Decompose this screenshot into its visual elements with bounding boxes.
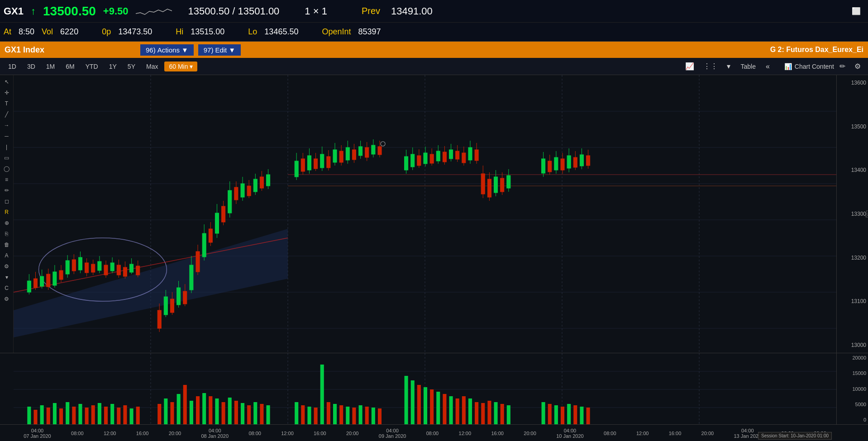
multiplier: 1 × 1	[305, 5, 327, 17]
svg-rect-217	[314, 408, 318, 425]
at-label: At	[4, 27, 11, 37]
svg-rect-227	[378, 408, 382, 425]
prev-label: Prev	[362, 6, 380, 16]
price-label-13300: 13300	[839, 211, 866, 217]
svg-rect-193	[123, 405, 127, 425]
chart-content-button[interactable]: 📊 Chart Content	[784, 63, 834, 70]
chart-content-label: Chart Content	[795, 63, 834, 70]
lo-value: 13465.50	[264, 27, 298, 37]
svg-rect-189	[98, 403, 101, 425]
svg-rect-251	[580, 407, 583, 425]
svg-rect-240	[481, 403, 485, 425]
svg-rect-198	[170, 402, 174, 425]
edit-button[interactable]: 97) Edit ▼	[198, 44, 241, 56]
table-button[interactable]: Table	[736, 62, 760, 71]
crosshair-icon[interactable]: ✛	[1, 88, 12, 98]
svg-rect-237	[462, 396, 466, 425]
date-label-20: 04:0013 Jan 2020	[734, 428, 761, 439]
svg-rect-222	[346, 407, 349, 425]
vol-label-5000: 5000	[839, 402, 866, 407]
svg-rect-212	[260, 404, 263, 425]
edit-pencil-icon-btn[interactable]: ✏	[836, 61, 849, 72]
anchor-icon[interactable]: ⊕	[1, 218, 12, 228]
header-icons: ⬜	[848, 5, 864, 17]
tf-ytd[interactable]: YTD	[81, 62, 103, 71]
r-label-icon[interactable]: R	[1, 207, 12, 217]
back-fast-icon-btn[interactable]: «	[762, 61, 773, 72]
date-label-11: 08:00	[426, 431, 439, 436]
tf-5y[interactable]: 5Y	[123, 62, 140, 71]
svg-rect-242	[494, 402, 498, 425]
brush-icon[interactable]: ✏	[1, 185, 12, 195]
svg-rect-181	[47, 408, 50, 425]
dropdown-icon-btn[interactable]: ▾	[723, 61, 734, 72]
chart-canvas[interactable]	[14, 75, 836, 353]
clone-icon[interactable]: ⎘	[1, 229, 12, 239]
volume-svg	[14, 353, 836, 425]
ray-tool-icon[interactable]: →	[1, 120, 12, 130]
session-tooltip: Session Start: 10-Jan-2020 01:00	[758, 432, 832, 440]
price-label-13500: 13500	[839, 123, 866, 130]
hline-icon[interactable]: ─	[1, 131, 12, 141]
svg-rect-185	[72, 407, 76, 425]
svg-rect-239	[475, 402, 478, 425]
main-price: 13500.50	[43, 4, 96, 19]
settings-icon[interactable]: ⚙	[1, 261, 12, 271]
svg-rect-236	[456, 398, 459, 425]
text-tool-icon[interactable]: T	[1, 99, 12, 109]
tf-max[interactable]: Max	[142, 62, 162, 71]
svg-rect-219	[327, 402, 330, 425]
svg-rect-184	[66, 402, 69, 425]
tf-1y[interactable]: 1Y	[105, 62, 121, 71]
cursor-icon[interactable]: ↖	[1, 77, 12, 87]
price-label-13000: 13000	[839, 342, 866, 348]
date-label-16: 08:00	[604, 431, 616, 436]
index-bar: GX1 Index 96) Actions ▼ 97) Edit ▼ G 2: …	[0, 42, 868, 58]
price-label-13100: 13100	[839, 298, 866, 304]
expand-icon[interactable]: ▾	[1, 272, 12, 282]
svg-rect-241	[487, 401, 491, 425]
hi-label: Hi	[176, 27, 183, 37]
bar-chart-icon-btn[interactable]: ⋮⋮	[700, 61, 721, 72]
fib-icon[interactable]: ≡	[1, 175, 12, 185]
vol-label: Vol	[42, 27, 53, 37]
settings2-icon[interactable]: ⚙	[1, 294, 12, 304]
svg-rect-200	[183, 385, 187, 425]
date-label-14: 20:00	[524, 431, 536, 436]
tf-1m[interactable]: 1M	[42, 62, 59, 71]
svg-rect-201	[190, 401, 193, 425]
settings-gear-icon-btn[interactable]: ⚙	[851, 61, 864, 72]
svg-rect-232	[430, 389, 434, 425]
tf-3d[interactable]: 3D	[23, 62, 40, 71]
ellipse-icon[interactable]: ◯	[1, 164, 12, 174]
tf-1d[interactable]: 1D	[4, 62, 21, 71]
eraser-icon[interactable]: ◻	[1, 196, 12, 206]
date-label-2: 12:00	[104, 431, 116, 436]
svg-rect-216	[307, 407, 311, 425]
header-row1: GX1 ↑ 13500.50 +9.50 13500.50 / 13501.00…	[0, 0, 868, 23]
svg-rect-233	[436, 392, 440, 425]
date-label-3: 16:00	[136, 431, 149, 436]
date-label-12: 12:00	[459, 431, 472, 436]
line-tool-icon[interactable]: ╱	[1, 109, 12, 119]
screenshot-button[interactable]: ⬜	[848, 5, 864, 17]
vline-icon[interactable]: |	[1, 142, 12, 152]
svg-rect-218	[320, 365, 324, 425]
line-chart-icon-btn[interactable]: 📈	[682, 61, 698, 72]
svg-rect-208	[234, 401, 238, 425]
svg-rect-215	[301, 405, 305, 425]
actions-button[interactable]: 96) Actions ▼	[140, 44, 194, 56]
vol-label-15000: 15000	[839, 370, 866, 376]
rect-icon[interactable]: ▭	[1, 153, 12, 163]
date-label-0: 04:0007 Jan 2020	[24, 428, 51, 439]
trash-icon[interactable]: 🗑	[1, 240, 12, 250]
date-label-6: 08:00	[248, 431, 261, 436]
actions-label: Actions	[157, 46, 180, 54]
c-label-icon[interactable]: C	[1, 283, 12, 293]
tf-6m[interactable]: 6M	[61, 62, 79, 71]
a-label-icon[interactable]: A	[1, 251, 12, 261]
tf-60min[interactable]: 60 Min ▾	[164, 62, 197, 71]
op-label: 0p	[102, 27, 111, 37]
price-scale: 13600 13500 13400 13300 13200 13100 1300…	[836, 75, 868, 353]
svg-rect-221	[339, 405, 343, 425]
